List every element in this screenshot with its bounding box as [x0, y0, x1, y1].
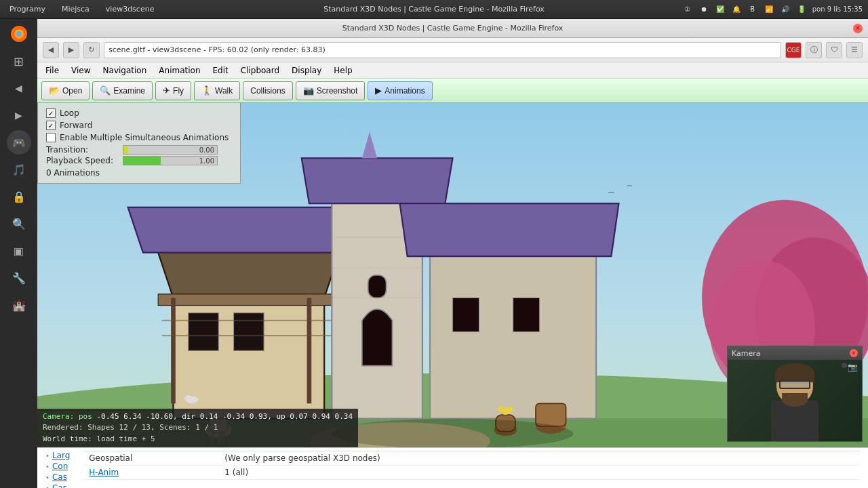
tray-icon-4[interactable]: 🔔 — [731, 4, 742, 15]
table-row-hanim: H-Anim 1 (all) — [83, 466, 860, 480]
tray-icon-network[interactable]: 📶 — [764, 4, 774, 15]
menu-clipboard[interactable]: Clipboard — [235, 64, 285, 77]
screenshot-button[interactable]: 📷 Screenshot — [296, 81, 366, 100]
tray-icon-pwr[interactable]: 🔋 — [796, 4, 807, 15]
nav-back-button[interactable]: ◀ — [43, 42, 59, 58]
webpage-table: Geospatial (We only parse geospatial X3D… — [83, 451, 860, 488]
collisions-button[interactable]: Collisions — [243, 81, 292, 100]
svg-marker-34 — [400, 203, 619, 256]
examine-icon: 🔍 — [100, 85, 111, 96]
animations-label: Animations — [384, 86, 425, 96]
tray-icon-volume[interactable]: 🔊 — [780, 4, 791, 15]
multiple-checkbox[interactable] — [46, 133, 56, 142]
shield-icon[interactable]: 🛡 — [826, 42, 842, 58]
sidebar-icon-tools[interactable]: 🔧 — [7, 266, 31, 290]
svg-rect-38 — [536, 403, 566, 426]
nav-forward-button[interactable]: ▶ — [63, 42, 79, 58]
v3d-menubar: File View Navigation Animation Edit Clip… — [37, 62, 868, 79]
os-menu-miejsca[interactable]: Miejsca — [58, 3, 94, 15]
examine-button[interactable]: 🔍 Examine — [92, 81, 153, 100]
sidebar-icon-firefox[interactable] — [7, 22, 31, 46]
kamera-close-button[interactable]: × — [850, 349, 858, 357]
table-cell-hanim-desc: 1 (all) — [219, 467, 860, 478]
browser-titlebar: Standard X3D Nodes | Castle Game Engine … — [37, 19, 868, 38]
svg-marker-27 — [302, 158, 453, 203]
camera-pos-line: Camera: pos -0.45 6.34 -10.60, dir 0.14 … — [43, 411, 353, 423]
rendered-line: Rendered: Shapes 12 / 13, Scenes: 1 / 1 — [43, 422, 353, 434]
menu-animation[interactable]: Animation — [153, 64, 205, 77]
menu-help[interactable]: Help — [328, 64, 357, 77]
browser-close-button[interactable]: × — [853, 24, 863, 33]
menu-navigation[interactable]: Navigation — [98, 64, 153, 77]
open-button[interactable]: 📂 Open — [41, 81, 90, 100]
tray-icon-2[interactable]: ⏺ — [698, 4, 709, 15]
transition-row: Transition: 0.00 — [46, 145, 232, 155]
bullet-3: • — [45, 474, 50, 481]
loop-row: ✓ Loop — [46, 108, 232, 118]
bullet-4: • — [45, 485, 50, 489]
animations-button[interactable]: ▶ Animations — [368, 81, 432, 100]
kamera-window: Kamera × — [727, 346, 863, 442]
left-sidebar: ⊞ ◀ ▶ 🎮 🎵 🔒 🔍 ▣ 🔧 🏰 — [0, 19, 37, 488]
fly-button[interactable]: ✈ Fly — [155, 81, 191, 100]
screenshot-icon: 📷 — [303, 85, 314, 96]
svg-rect-21 — [158, 294, 355, 306]
table-row-geospatial: Geospatial (We only parse geospatial X3D… — [83, 451, 860, 466]
svg-text:~: ~ — [608, 188, 615, 198]
transition-slider[interactable]: 0.00 — [123, 145, 218, 155]
camera-pos-label: Camera: pos — [43, 412, 92, 421]
svg-point-42 — [498, 407, 504, 413]
loop-label: Loop — [60, 108, 79, 118]
sidebar-icon-apps[interactable]: ⊞ — [7, 49, 31, 73]
screenshot-label: Screenshot — [317, 86, 358, 96]
viewport[interactable]: ~ ~ ~ ~ ~ — [37, 103, 868, 447]
link-con[interactable]: Con — [52, 462, 68, 471]
os-menu-programy[interactable]: Programy — [5, 3, 50, 15]
menu-display[interactable]: Display — [286, 64, 327, 77]
svg-marker-16 — [158, 253, 339, 298]
svg-point-51 — [184, 395, 192, 401]
sidebar-icon-terminal[interactable]: ▣ — [7, 239, 31, 263]
kamera-dot — [842, 363, 847, 368]
sidebar-icon-discord[interactable]: 🎮 — [7, 130, 31, 155]
address-bar[interactable]: scene.gltf - view3dscene - FPS: 60.02 (o… — [104, 42, 781, 58]
animations-count: 0 Animations — [46, 168, 232, 178]
walk-label: Walk — [215, 86, 233, 96]
os-taskbar: Programy Miejsca view3dscene Standard X3… — [0, 0, 868, 19]
fly-icon: ✈ — [163, 85, 170, 96]
info-icon[interactable]: ⓘ — [806, 42, 822, 58]
loop-checkbox[interactable]: ✓ — [46, 108, 56, 118]
menu-icon[interactable]: ☰ — [846, 42, 863, 58]
playback-speed-slider[interactable]: 1.00 — [123, 156, 218, 165]
sidebar-icon-vpn[interactable]: 🔒 — [7, 184, 31, 209]
os-menu-view3dscene[interactable]: view3dscene — [102, 3, 159, 15]
browser-toolbar: ◀ ▶ ↻ scene.gltf - view3dscene - FPS: 60… — [37, 38, 868, 62]
svg-point-2 — [16, 31, 22, 37]
forward-checkbox[interactable]: ✓ — [46, 121, 56, 130]
castlegames-icon[interactable]: CGE — [785, 42, 802, 58]
tray-icon-1[interactable]: ① — [682, 4, 693, 15]
hanim-link[interactable]: H-Anim — [89, 468, 119, 477]
sidebar-icon-forward[interactable]: ▶ — [7, 103, 31, 127]
examine-label: Examine — [113, 86, 145, 96]
link-cas2[interactable]: Cas — [52, 483, 67, 488]
kamera-titlebar: Kamera × — [728, 346, 862, 360]
link-cas1[interactable]: Cas — [52, 472, 67, 482]
walk-button[interactable]: 🚶 Walk — [194, 81, 240, 100]
forward-label: Forward — [60, 121, 92, 130]
tray-icon-bluetooth[interactable]: Ƀ — [747, 4, 758, 15]
menu-edit[interactable]: Edit — [208, 64, 234, 77]
sidebar-icon-search[interactable]: 🔍 — [7, 211, 31, 236]
menu-file[interactable]: File — [40, 64, 64, 77]
transition-value: 0.00 — [199, 146, 214, 154]
kamera-cam-icon: 📷 — [848, 363, 858, 372]
kamera-title-text: Kamera — [732, 349, 761, 358]
sidebar-icon-back[interactable]: ◀ — [7, 76, 31, 100]
animations-panel: ✓ Loop ✓ Forward Enable Multiple Simulta… — [37, 103, 241, 184]
link-larg[interactable]: Larg — [52, 451, 70, 460]
tray-icon-3[interactable]: ✅ — [715, 4, 726, 15]
sidebar-icon-cge[interactable]: 🏰 — [7, 293, 31, 317]
menu-view[interactable]: View — [66, 64, 96, 77]
nav-reload-button[interactable]: ↻ — [83, 42, 100, 58]
sidebar-icon-spotify[interactable]: 🎵 — [7, 157, 31, 182]
